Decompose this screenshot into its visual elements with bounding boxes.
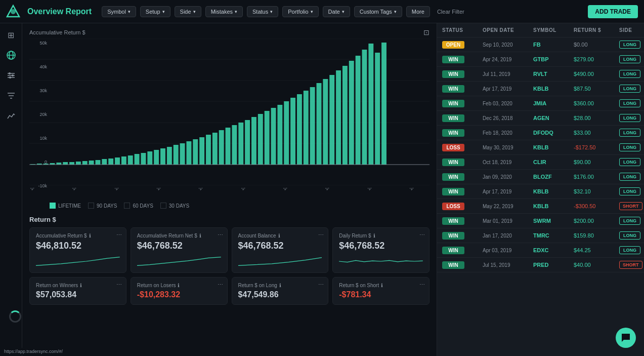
- filter-mistakes[interactable]: Mistakes ▾: [205, 6, 243, 17]
- metric-menu-button-5[interactable]: ⋯: [116, 282, 122, 288]
- more-button[interactable]: More: [406, 6, 430, 17]
- metric-menu-button-6[interactable]: ⋯: [218, 282, 223, 288]
- trade-row[interactable]: WIN Jan 09, 2020 BLOZF $176.00 LONG: [437, 170, 644, 184]
- trades-panel: STATUS OPEN DATE SYMBOL RETURN $ SIDE OP…: [437, 23, 644, 356]
- svg-rect-56: [258, 114, 263, 165]
- trade-row[interactable]: LOSS May 22, 2019 KBLB -$300.50 SHORT: [437, 199, 644, 214]
- trade-symbol[interactable]: EDXC: [533, 247, 574, 253]
- trade-symbol[interactable]: BLOZF: [533, 174, 574, 180]
- filter-custom-tags[interactable]: Custom Tags ▾: [354, 6, 402, 17]
- svg-rect-44: [180, 143, 185, 165]
- trade-status: WIN: [442, 188, 483, 195]
- 60days-checkbox[interactable]: [124, 203, 130, 209]
- trade-symbol[interactable]: RVLT: [533, 71, 574, 77]
- trade-symbol[interactable]: KBLB: [533, 203, 574, 209]
- trade-date: May 30, 2019: [483, 145, 533, 150]
- info-icon-3[interactable]: ℹ: [278, 233, 280, 239]
- trade-row[interactable]: WIN Apr 03, 2019 EDXC $44.25 LONG: [437, 243, 644, 258]
- trade-symbol[interactable]: FB: [533, 42, 574, 48]
- info-icon[interactable]: ℹ: [89, 233, 91, 239]
- header-return: RETURN $: [574, 27, 619, 33]
- svg-rect-25: [56, 163, 61, 165]
- trade-side: LONG: [619, 217, 644, 225]
- trade-symbol[interactable]: CLIR: [533, 159, 574, 165]
- trade-symbol[interactable]: TMRC: [533, 232, 574, 239]
- trade-status: WIN: [442, 56, 483, 63]
- trade-row[interactable]: WIN Jan 17, 2020 TMRC $159.80 LONG: [437, 228, 644, 243]
- trade-row[interactable]: WIN Mar 01, 2019 SWRM $200.00 LONG: [437, 214, 644, 228]
- filter-status[interactable]: Status ▾: [247, 6, 278, 17]
- sidebar-icon-filters[interactable]: [6, 90, 17, 101]
- metric-menu-button-4[interactable]: ⋯: [419, 232, 425, 239]
- filter-date[interactable]: Date ▾: [323, 6, 350, 17]
- metric-menu-button-2[interactable]: ⋯: [218, 232, 223, 239]
- timeline-60days[interactable]: 60 DAYS: [124, 203, 153, 209]
- metric-value-balance: $46,768.52: [238, 241, 322, 251]
- trade-row[interactable]: WIN Oct 18, 2019 CLIR $90.00 LONG: [437, 155, 644, 170]
- filter-setup[interactable]: Setup ▾: [140, 6, 170, 17]
- trade-row[interactable]: WIN Apr 17, 2019 KBLB $87.50 LONG: [437, 82, 644, 96]
- metric-menu-button-7[interactable]: ⋯: [318, 282, 324, 288]
- trade-date: May 22, 2019: [483, 204, 533, 209]
- sidebar-icon-globe[interactable]: [6, 50, 17, 61]
- chart-section: Accumulative Return $ ⊡ 50k 40k 30k 20k …: [22, 23, 437, 212]
- trade-row[interactable]: WIN Dec 26, 2018 AGEN $28.00 LONG: [437, 111, 644, 126]
- trade-row[interactable]: WIN Apr 24, 2019 GTBP $279.00 LONG: [437, 52, 644, 67]
- info-icon-5[interactable]: ℹ: [80, 283, 82, 288]
- 90days-checkbox[interactable]: [88, 203, 94, 209]
- timeline-90days[interactable]: 90 DAYS: [88, 203, 117, 209]
- trade-row[interactable]: LOSS May 30, 2019 KBLB -$172.50 LONG: [437, 140, 644, 155]
- svg-rect-71: [356, 56, 361, 165]
- trade-symbol[interactable]: KBLB: [533, 144, 574, 150]
- metric-menu-button[interactable]: ⋯: [116, 232, 122, 239]
- info-icon-2[interactable]: ℹ: [199, 233, 201, 239]
- trade-symbol[interactable]: KBLB: [533, 86, 574, 92]
- sidebar-icon-sliders[interactable]: [6, 70, 17, 81]
- chart-container: 50k 40k 30k 20k 10k 0 -10k: [29, 38, 430, 201]
- timeline-30days[interactable]: 30 DAYS: [160, 203, 189, 209]
- filter-portfolio[interactable]: Portfolio ▾: [282, 6, 318, 17]
- metric-menu-button-3[interactable]: ⋯: [318, 232, 324, 239]
- trade-side: SHORT: [619, 261, 644, 269]
- trade-symbol[interactable]: AGEN: [533, 115, 574, 121]
- trade-date: Jan 09, 2020: [483, 174, 533, 180]
- chat-widget-button[interactable]: [616, 328, 636, 348]
- svg-rect-33: [108, 159, 113, 165]
- 30days-checkbox[interactable]: [160, 203, 166, 209]
- info-icon-4[interactable]: ℹ: [373, 233, 375, 239]
- trade-date: Feb 03, 2020: [483, 101, 533, 106]
- lifetime-checkbox[interactable]: [50, 203, 56, 209]
- trade-row[interactable]: WIN Apr 17, 2019 KBLB $32.10 LONG: [437, 184, 644, 199]
- add-trade-button[interactable]: ADD TRADE: [588, 5, 638, 18]
- header-status: STATUS: [442, 27, 483, 33]
- trade-symbol[interactable]: DFODQ: [533, 130, 574, 136]
- trade-date: Jul 11, 2019: [483, 71, 533, 77]
- info-icon-7[interactable]: ℹ: [279, 283, 281, 288]
- filter-side[interactable]: Side ▾: [175, 6, 201, 17]
- trade-symbol[interactable]: SWRM: [533, 218, 574, 224]
- svg-point-10: [9, 76, 11, 78]
- sidebar-icon-grid[interactable]: ⊞: [6, 29, 17, 41]
- metric-value-short: -$781.34: [339, 290, 423, 299]
- svg-rect-37: [135, 154, 140, 165]
- trade-symbol[interactable]: JMIA: [533, 100, 574, 106]
- trade-date: Oct 18, 2019: [483, 160, 533, 165]
- metric-menu-button-8[interactable]: ⋯: [419, 282, 425, 288]
- chevron-down-icon: ▾: [162, 9, 165, 14]
- trade-symbol[interactable]: PRED: [533, 262, 574, 268]
- trade-row[interactable]: WIN Feb 18, 2020 DFODQ $33.00 LONG: [437, 126, 644, 140]
- filter-symbol[interactable]: Symbol ▾: [102, 6, 136, 17]
- clear-filter-button[interactable]: Clear Filter: [434, 7, 467, 17]
- trade-row[interactable]: WIN Jul 15, 2019 PRED $40.00 SHORT: [437, 258, 644, 272]
- trade-row[interactable]: WIN Feb 03, 2020 JMIA $360.00 LONG: [437, 96, 644, 111]
- trade-symbol[interactable]: GTBP: [533, 56, 574, 62]
- trade-symbol[interactable]: KBLB: [533, 188, 574, 194]
- sidebar-icon-chart[interactable]: [6, 110, 17, 122]
- trade-row[interactable]: WIN Jul 11, 2019 RVLT $490.00 LONG: [437, 67, 644, 82]
- trade-row[interactable]: OPEN Sep 10, 2020 FB $0.00 LONG: [437, 37, 644, 52]
- timeline-lifetime[interactable]: LIFETIME: [50, 203, 81, 209]
- svg-rect-42: [167, 147, 172, 165]
- info-icon-8[interactable]: ℹ: [381, 283, 383, 288]
- info-icon-6[interactable]: ℹ: [178, 283, 180, 288]
- chart-expand-button[interactable]: ⊡: [423, 28, 430, 36]
